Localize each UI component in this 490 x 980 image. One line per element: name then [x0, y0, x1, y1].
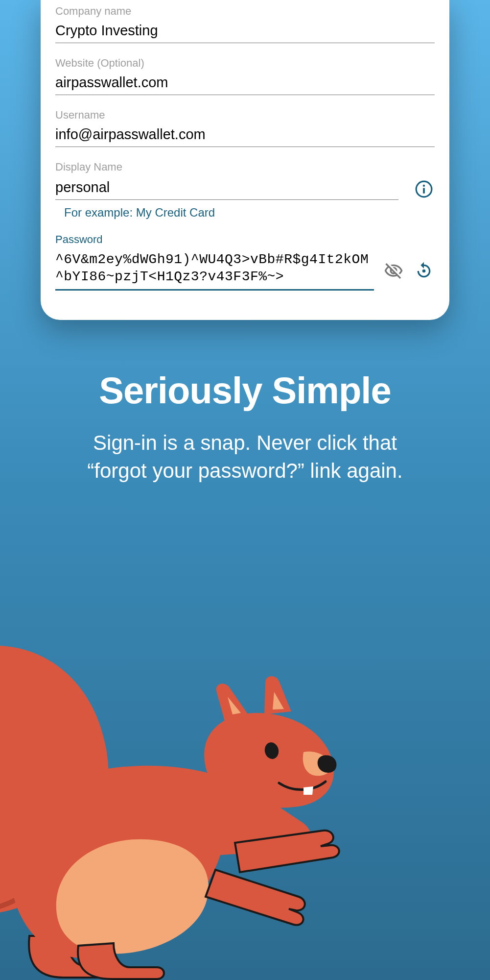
website-input[interactable]: airpasswallet.com [55, 74, 435, 95]
password-field-group: Password ^6V&m2ey%dWGh91)^WU4Q3>vBb#R$g4… [55, 233, 435, 291]
svg-point-1 [423, 185, 425, 187]
website-label: Website (Optional) [55, 57, 435, 70]
username-label: Username [55, 109, 435, 122]
display-name-hint: For example: My Credit Card [64, 206, 435, 220]
company-input[interactable]: Crypto Investing [55, 23, 435, 43]
hero-section: Seriously Simple Sign-in is a snap. Neve… [0, 320, 490, 485]
password-input[interactable]: ^6V&m2ey%dWGh91)^WU4Q3>vBb#R$g4It2kOM^bY… [55, 251, 374, 291]
hero-title: Seriously Simple [29, 369, 461, 412]
password-label: Password [55, 233, 435, 246]
info-icon [415, 180, 433, 198]
display-name-input[interactable]: personal [55, 179, 398, 200]
refresh-icon [414, 261, 434, 281]
toggle-visibility-button[interactable] [383, 260, 404, 282]
squirrel-illustration [0, 637, 362, 980]
regenerate-button[interactable] [413, 260, 435, 282]
info-button[interactable] [413, 178, 435, 200]
display-name-label: Display Name [55, 161, 435, 173]
credential-form-card: Company name Crypto Investing Website (O… [41, 0, 449, 320]
username-field-group: Username info@airpasswallet.com [55, 109, 435, 147]
company-label: Company name [55, 5, 435, 18]
company-field-group: Company name Crypto Investing [55, 5, 435, 43]
svg-point-3 [422, 269, 426, 272]
username-input[interactable]: info@airpasswallet.com [55, 126, 435, 147]
hero-subtitle: Sign-in is a snap. Never click that “for… [79, 429, 412, 485]
display-name-field-group: Display Name personal For example: My Cr… [55, 161, 435, 220]
eye-off-icon [384, 261, 403, 281]
svg-rect-2 [423, 188, 425, 194]
website-field-group: Website (Optional) airpasswallet.com [55, 57, 435, 95]
